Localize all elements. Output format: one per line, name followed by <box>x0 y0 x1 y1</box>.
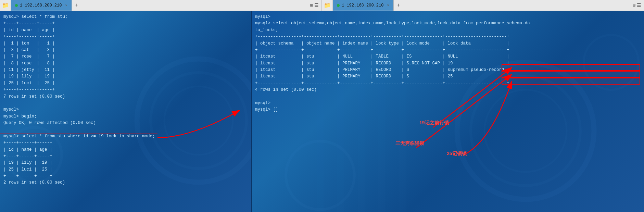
tab-label-left: 1 192.168.200.210 <box>20 3 62 8</box>
terminal-panel-right[interactable]: mysql> mysql> select object_schema,objec… <box>252 11 644 212</box>
tab-close-right[interactable]: × <box>387 3 389 8</box>
list-view-icon-right[interactable]: ☰ <box>637 2 641 8</box>
terminal-text-right[interactable]: mysql> mysql> select object_schema,objec… <box>252 11 644 116</box>
annotation-label-19: 19记之前行锁 <box>419 120 449 126</box>
grid-view-icon-right[interactable]: ⊞ <box>633 2 635 8</box>
top-bar-right: 📁 1 192.168.200.210 × + ⊞ ☰ <box>322 0 644 11</box>
annotation-label-25: 25记锁锁 <box>447 151 467 157</box>
tab-right[interactable]: 1 192.168.200.210 × <box>333 0 394 11</box>
folder-icon-left[interactable]: 📁 <box>0 0 11 11</box>
tab-add-right[interactable]: + <box>394 0 403 11</box>
grid-icons-left: ⊞ ☰ <box>310 2 321 8</box>
tab-status-dot-left <box>15 4 18 7</box>
svg-point-12 <box>286 141 354 210</box>
grid-icons-right: ⊞ ☰ <box>633 2 644 8</box>
terminal-text-left[interactable]: mysql> select * from stu; +----+-------+… <box>0 11 251 189</box>
top-bar-left: 📁 1 192.168.200.210 × + ⊞ ☰ <box>0 0 322 11</box>
grid-view-icon-left[interactable]: ⊞ <box>310 2 313 8</box>
terminal-panel-left[interactable]: mysql> select * from stu; +----+-------+… <box>0 11 252 212</box>
annotation-label-supremum: 三无穷临辅锁 <box>395 140 424 147</box>
tab-add-left[interactable]: + <box>72 0 81 11</box>
top-bar: 📁 1 192.168.200.210 × + ⊞ ☰ 📁 1 192.168.… <box>0 0 644 11</box>
tab-close-left[interactable]: × <box>65 3 67 8</box>
main-content: mysql> select * from stu; +----+-------+… <box>0 11 644 212</box>
tab-left[interactable]: 1 192.168.200.210 × <box>11 0 72 11</box>
tab-label-right: 1 192.168.200.210 <box>342 3 383 8</box>
list-view-icon-left[interactable]: ☰ <box>314 2 319 8</box>
tab-status-dot-right <box>337 4 340 7</box>
folder-icon-right[interactable]: 📁 <box>322 0 333 11</box>
